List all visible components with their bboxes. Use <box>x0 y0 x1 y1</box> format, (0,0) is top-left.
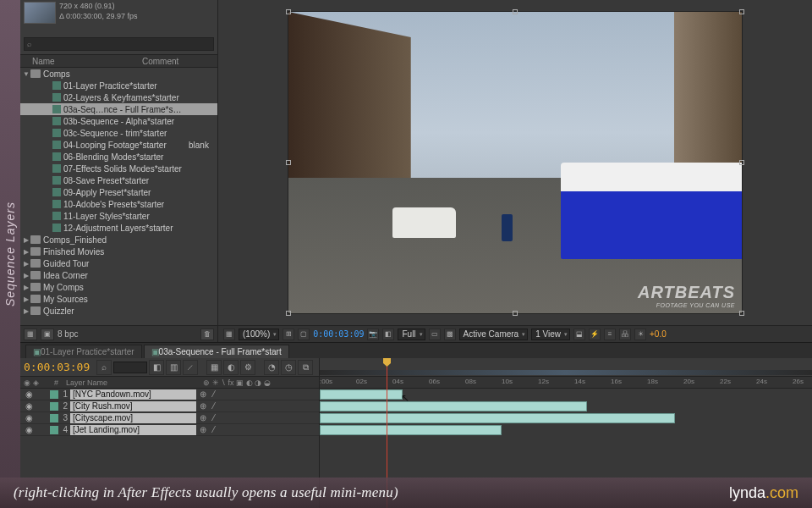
snapshot-icon[interactable]: 📷 <box>367 329 379 340</box>
current-time[interactable]: 0:00:03:09 <box>24 361 90 373</box>
timeline-tab[interactable]: ▣ 01-Layer Practice*starter <box>25 345 142 358</box>
search-icon[interactable]: ⌕ <box>96 360 112 375</box>
layer-switch[interactable]: ⊕ <box>200 389 206 399</box>
visibility-toggle-icon[interactable]: ◉ <box>25 389 33 399</box>
viewer-timecode[interactable]: 0:00:03:09 <box>313 329 364 339</box>
comp-mini-flowchart-icon[interactable]: ◧ <box>149 360 164 375</box>
project-item[interactable]: ▶Idea Corner <box>20 269 217 281</box>
channel-icon[interactable]: ◧ <box>382 329 394 340</box>
project-item[interactable]: ▶Quizzler <box>20 305 217 317</box>
layer-name[interactable]: [City Rush.mov] <box>70 401 196 411</box>
alpha-icon[interactable]: ▦ <box>223 329 235 340</box>
project-item[interactable]: 10-Adobe's Presets*starter <box>20 198 217 210</box>
transform-handle[interactable] <box>286 311 291 316</box>
project-item[interactable]: ▶Guided Tour <box>20 257 217 269</box>
visibility-toggle-icon[interactable]: ◉ <box>25 401 33 411</box>
layer-duration-bar[interactable] <box>320 401 587 411</box>
layer-search-input[interactable] <box>113 362 147 373</box>
project-item[interactable]: 12-Adjustment Layers*starter <box>20 222 217 234</box>
timeline-icon[interactable]: ≡ <box>604 329 616 340</box>
project-item[interactable]: 03a-Seq…nce - Full Frame*start <box>20 103 217 115</box>
zoom-dropdown[interactable]: (100%) <box>239 329 279 340</box>
hide-shy-icon[interactable]: ⟋ <box>183 360 198 375</box>
visibility-toggle-icon[interactable]: ◉ <box>25 425 33 434</box>
work-area-bar[interactable] <box>320 370 812 375</box>
project-item[interactable]: 03b-Sequence - Alpha*starter <box>20 115 217 127</box>
layer-color-swatch[interactable] <box>50 426 58 434</box>
transparency-grid-icon[interactable]: ▩ <box>444 329 456 340</box>
layer-row[interactable]: ◉3[Cityscape.mov]⊕∕ <box>20 412 319 424</box>
graph-editor-icon[interactable]: ◔ <box>264 360 279 375</box>
transform-handle[interactable] <box>739 9 744 14</box>
project-item[interactable]: 01-Layer Practice*starter <box>20 80 217 91</box>
brainstorm-icon[interactable]: ⚙ <box>240 360 255 375</box>
transform-handle[interactable] <box>513 9 518 14</box>
project-tree[interactable]: ▼Comps01-Layer Practice*starter02-Layers… <box>20 68 217 325</box>
layer-color-swatch[interactable] <box>50 402 58 411</box>
grid-icon[interactable]: ⊞ <box>283 329 294 340</box>
layer-row[interactable]: ◉1[NYC Pandown.mov]⊕∕ <box>20 389 319 400</box>
layer-color-swatch[interactable] <box>50 390 58 399</box>
transform-handle[interactable] <box>739 311 744 316</box>
project-item[interactable]: ▶Comps_Finished <box>20 234 217 246</box>
exposure-value[interactable]: +0.0 <box>650 329 667 339</box>
transform-handle[interactable] <box>739 160 744 165</box>
layer-row[interactable]: ◉4[Jet Landing.mov]⊕∕ <box>20 424 319 436</box>
views-dropdown[interactable]: 1 View <box>531 329 570 340</box>
visibility-toggle-icon[interactable]: ◉ <box>25 413 33 422</box>
bpc-toggle[interactable]: 8 bpc <box>58 329 78 339</box>
layer-color-swatch[interactable] <box>50 414 58 422</box>
project-item[interactable]: 04-Looping Footage*starterblank <box>20 139 217 151</box>
layer-name[interactable]: [Cityscape.mov] <box>70 413 196 423</box>
project-search-input[interactable]: ⌕ <box>24 37 214 51</box>
camera-dropdown[interactable]: Active Camera <box>459 329 529 340</box>
new-folder-icon[interactable]: ▣ <box>41 329 54 340</box>
layer-switch[interactable]: ⊕ <box>200 401 206 411</box>
project-item[interactable]: ▶My Comps <box>20 281 217 293</box>
project-item[interactable]: 02-Layers & Keyframes*starter <box>20 91 217 103</box>
layer-switch[interactable]: ∕ <box>213 401 215 411</box>
project-item[interactable]: 11-Layer Styles*starter <box>20 210 217 222</box>
project-columns-header[interactable]: Name Comment <box>20 54 217 68</box>
timeline-tab[interactable]: ▣ 03a-Sequence - Full Frame*start <box>144 345 289 358</box>
interpret-footage-icon[interactable]: ▦ <box>24 329 37 340</box>
layer-switch[interactable]: ∕ <box>213 425 215 434</box>
project-item[interactable]: 03c-Sequence - trim*starter <box>20 127 217 139</box>
auto-keyframe-icon[interactable]: ◷ <box>281 360 296 375</box>
project-item[interactable]: ▼Comps <box>20 68 217 80</box>
graph-toggle-icon[interactable]: ⧉ <box>298 360 313 375</box>
project-item[interactable]: 09-Apply Preset*starter <box>20 186 217 198</box>
layer-switch[interactable]: ∕ <box>213 389 215 399</box>
roi-icon[interactable]: ▭ <box>429 329 441 340</box>
time-ruler[interactable]: :00s02s04s06s08s10s12s14s16s18s20s22s24s… <box>320 377 812 389</box>
motion-blur-icon[interactable]: ◐ <box>223 360 239 375</box>
viewer-canvas[interactable]: ARTBEATS FOOTAGE YOU CAN USE <box>288 11 743 314</box>
project-item[interactable]: ▶Finished Movies <box>20 246 217 257</box>
layer-duration-bar[interactable] <box>320 389 403 400</box>
project-item[interactable]: 08-Save Preset*starter <box>20 174 217 186</box>
project-item[interactable]: 06-Blending Modes*starter <box>20 151 217 163</box>
project-item[interactable]: ▶My Sources <box>20 293 217 305</box>
layer-switch[interactable]: ⊕ <box>200 413 206 422</box>
layer-row[interactable]: ◉2[City Rush.mov]⊕∕ <box>20 400 319 412</box>
transform-handle[interactable] <box>513 311 518 316</box>
fast-preview-icon[interactable]: ⚡ <box>589 329 601 340</box>
draft3d-icon[interactable]: ▥ <box>166 360 181 375</box>
viewer-area[interactable]: ARTBEATS FOOTAGE YOU CAN USE <box>218 0 812 325</box>
transform-handle[interactable] <box>286 160 291 165</box>
reset-exposure-icon[interactable]: ☀ <box>634 329 646 340</box>
layer-name[interactable]: [NYC Pandown.mov] <box>70 389 196 400</box>
pixel-aspect-icon[interactable]: ⬓ <box>573 329 585 340</box>
layer-switch[interactable]: ∕ <box>213 413 215 422</box>
frame-blend-icon[interactable]: ▦ <box>206 360 222 375</box>
layer-switch[interactable]: ⊕ <box>200 425 206 434</box>
comp-flowchart-icon[interactable]: 品 <box>619 329 631 340</box>
layer-duration-bar[interactable] <box>320 413 675 423</box>
layer-duration-bar[interactable] <box>320 425 502 435</box>
trash-icon[interactable]: 🗑 <box>200 329 214 340</box>
transform-handle[interactable] <box>286 9 291 14</box>
resolution-dropdown[interactable]: Full <box>398 329 425 340</box>
layer-name[interactable]: [Jet Landing.mov] <box>70 425 196 435</box>
mask-icon[interactable]: ▢ <box>298 329 310 340</box>
project-item[interactable]: 07-Effects Solids Modes*starter <box>20 163 217 174</box>
